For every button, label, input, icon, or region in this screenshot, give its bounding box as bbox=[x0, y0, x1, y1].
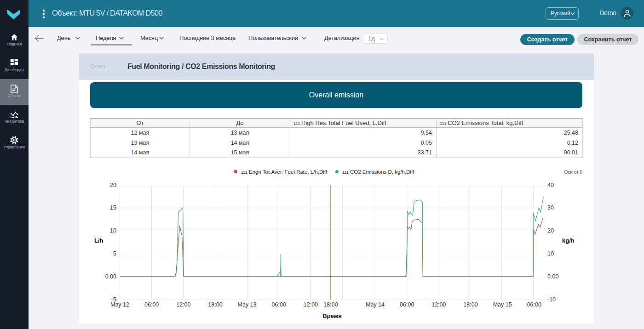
svg-text:12:00: 12:00 bbox=[176, 301, 190, 308]
svg-text:0.00: 0.00 bbox=[105, 273, 116, 280]
svg-text:May 12: May 12 bbox=[110, 301, 129, 308]
svg-text:20: 20 bbox=[110, 182, 116, 188]
svg-text:-10: -10 bbox=[547, 296, 556, 303]
svg-text:12:00: 12:00 bbox=[431, 301, 446, 308]
svg-text:40: 40 bbox=[547, 182, 554, 188]
svg-text:111: 111 bbox=[241, 170, 247, 175]
svg-text:12:00: 12:00 bbox=[304, 301, 318, 308]
svg-text:May 15: May 15 bbox=[493, 301, 512, 308]
svg-text:06:00: 06:00 bbox=[272, 301, 286, 308]
svg-text:10: 10 bbox=[547, 250, 554, 257]
svg-text:L/h: L/h bbox=[94, 237, 104, 244]
svg-text:15: 15 bbox=[110, 204, 116, 211]
svg-text:Engn Tot.Aver. Fuel Rate, L/h,: Engn Tot.Aver. Fuel Rate, L/h,Diff bbox=[249, 169, 328, 175]
svg-text:Время: Время bbox=[322, 312, 342, 319]
svg-text:kg/h: kg/h bbox=[562, 237, 575, 244]
svg-text:18:00: 18:00 bbox=[463, 301, 477, 308]
svg-text:Оси от 0: Оси от 0 bbox=[564, 170, 583, 175]
svg-text:06:00: 06:00 bbox=[527, 301, 541, 308]
svg-text:May 13: May 13 bbox=[238, 301, 257, 308]
svg-text:CO2 Emissions D, kg/h,Diff: CO2 Emissions D, kg/h,Diff bbox=[350, 169, 414, 175]
svg-text:18:00: 18:00 bbox=[323, 301, 338, 308]
svg-text:06:00: 06:00 bbox=[144, 301, 159, 308]
svg-text:10: 10 bbox=[110, 227, 116, 234]
svg-text:18:00: 18:00 bbox=[208, 301, 222, 308]
svg-text:0.00: 0.00 bbox=[547, 273, 558, 280]
svg-text:5: 5 bbox=[113, 250, 116, 257]
svg-text:20: 20 bbox=[547, 227, 554, 234]
svg-text:May 14: May 14 bbox=[366, 301, 385, 308]
svg-text:06:00: 06:00 bbox=[400, 301, 414, 308]
svg-text:30: 30 bbox=[547, 204, 554, 211]
svg-text:111: 111 bbox=[342, 170, 349, 175]
